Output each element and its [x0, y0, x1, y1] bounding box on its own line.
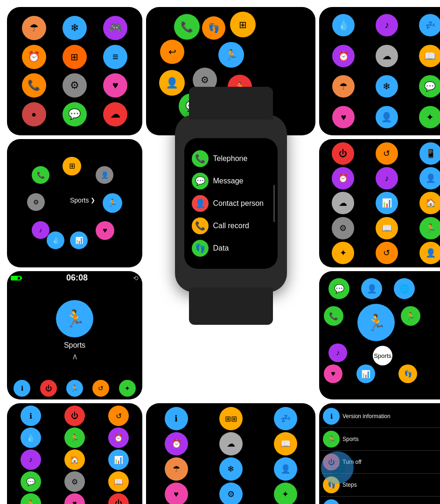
- icon-umbrella2: ☂: [323, 72, 364, 101]
- icon-run2: 🏃: [419, 217, 440, 239]
- icon-settings3: ⚙: [332, 217, 354, 239]
- icon-contact2: 👤: [366, 103, 408, 132]
- menu-item-data[interactable]: 👣 Data: [188, 237, 274, 259]
- menu-list-item-sports[interactable]: 🏃 Sports: [321, 428, 440, 451]
- callrecord-label: Call record: [213, 222, 249, 230]
- bl-icon-run: 🏃: [64, 427, 85, 448]
- bg-icon-globe: 🌐: [321, 451, 354, 484]
- bc-icon-apps: ⊞⊞: [219, 407, 243, 430]
- sports-br-label: Sports: [342, 436, 359, 442]
- icon-footsteps2: 👣: [398, 364, 417, 383]
- sports-text: Sports: [70, 196, 89, 204]
- time-display: 06:08: [66, 273, 88, 283]
- icon-globe: 🌐: [394, 278, 415, 299]
- icon-message3: 💬: [409, 72, 440, 101]
- data-icon: 👣: [192, 240, 209, 257]
- icon-cont4: 👤: [361, 278, 382, 299]
- icon-home: 🏠: [419, 192, 440, 214]
- icon-snowflake: ❄: [55, 14, 94, 42]
- menu-item-contact[interactable]: 👤 Contact person: [188, 192, 274, 215]
- icon-snowflake2: ❄: [366, 72, 408, 101]
- icon-footsteps: 👣: [202, 16, 225, 40]
- steps-label: Steps: [342, 482, 357, 488]
- main-container: ☂ ❄ 🎮 ⏰ ⊞ ≡ 📞 ⚙ ♥ ● 💬 ☁ 👣 📞 ⊞ ↩ 🏃 ⚙ 👤 💬 …: [0, 0, 440, 504]
- icon-timer2: ⏰: [332, 167, 354, 189]
- circle-icon-top: ⊞: [63, 157, 81, 175]
- menu-item-telephone[interactable]: 📞 Telephone: [188, 147, 274, 170]
- menu-item-message[interactable]: 💬 Message: [188, 170, 274, 192]
- watch-band-bottom: [189, 287, 273, 325]
- watch-display: 📞 Telephone 💬 Message 👤 Contact person 📞…: [184, 138, 278, 269]
- screen-top-left: ☂ ❄ 🎮 ⏰ ⊞ ≡ 📞 ⚙ ♥ ● 💬 ☁: [7, 7, 142, 135]
- icon-sleep: 💤: [409, 11, 440, 40]
- bc-icon-book: 📖: [274, 432, 297, 455]
- bc-icon-info: ℹ: [165, 407, 188, 430]
- screen-bottom-center: ℹ ⊞⊞ 💤 ⏰ ☁ 📖 ☂ ❄ 👤 ♥ ⚙ ✦ 💬 🔒: [146, 403, 315, 504]
- icon-menu: ≡: [96, 43, 135, 70]
- bl-icon-power: ⏻: [64, 406, 85, 426]
- icon-weather: ☁: [366, 42, 408, 70]
- telephone-label: Telephone: [213, 154, 248, 163]
- bc-icon-weather: ☁: [219, 432, 243, 455]
- link-icon: ⟲: [133, 274, 139, 282]
- menu-list-item-menu[interactable]: ✦ Menu style: [321, 497, 440, 504]
- sports-main-label: Sports: [64, 341, 85, 350]
- bl-icon-home: 🏠: [64, 449, 85, 470]
- icon-heart: ♥: [96, 72, 135, 99]
- icon-game: 🎮: [96, 14, 135, 42]
- icon-contact: 👤: [159, 70, 185, 96]
- circle-icon-br: ♥: [96, 221, 114, 240]
- icon-run3: 🏃: [66, 380, 83, 397]
- icon-phone: 📞: [14, 72, 53, 99]
- bl-icon-refresh: ↺: [108, 406, 129, 426]
- icon-person2: 👤: [419, 167, 440, 189]
- watch-band-top: [189, 87, 273, 119]
- icon-health2: 📊: [356, 364, 375, 383]
- icon-book2: 📖: [376, 217, 398, 239]
- bc-icon-umbrella: ☂: [165, 457, 188, 481]
- sports-center: 🏃 Sports ∧: [7, 285, 142, 377]
- icon-menustyle: ✦: [323, 499, 340, 504]
- watch-body: 📞 Telephone 💬 Message 👤 Contact person 📞…: [175, 115, 287, 292]
- icon-msg4: 💬: [328, 278, 349, 299]
- bl-icon-music: ♪: [21, 449, 41, 470]
- icon-apps4: ✦: [332, 242, 354, 264]
- icon-timer: ⏰: [323, 42, 364, 70]
- battery-area: [11, 276, 21, 280]
- bc-icon-settings: ⚙: [219, 483, 243, 504]
- bc-icon-heart: ♥: [165, 483, 188, 504]
- message-icon: 💬: [192, 173, 209, 189]
- scroll-indicator: [273, 185, 275, 222]
- screen-bottom-left: ℹ ⏻ ↺ 💧 🏃 ⏰ ♪ 🏠 📊 💬 ⚙ 📖 🏃 ♥ ⏻ ↺ 👤 ●: [7, 403, 142, 504]
- bl-icon-heart: ♥: [64, 493, 85, 504]
- icon-apps5: ✦: [119, 380, 136, 397]
- icon-music: ♪: [366, 11, 408, 40]
- bl-icon-power2: ⏻: [108, 493, 129, 504]
- icon-run6: 🏃: [323, 431, 340, 448]
- icon-settings: ⚙: [55, 72, 94, 99]
- bl-icon-run2: 🏃: [21, 493, 41, 504]
- screen-bottom-mid-right: 💬 👤 🌐 📞 🏃 🏃 Sports ♪ ♥ 📊 👣: [319, 271, 440, 399]
- icon-refresh3: ↺: [92, 380, 109, 397]
- icon-music3: ♪: [328, 343, 347, 362]
- screen-bottom-mid-left: 06:08 ⟲ 🏃 Sports ∧ ℹ ⏻ 🏃 ↺ ✦: [7, 271, 142, 399]
- icon-heart2: ♥: [323, 103, 364, 132]
- icon-phone4: 📞: [324, 306, 343, 326]
- bl-icon-book: 📖: [108, 471, 129, 492]
- version-label: Version information: [342, 413, 391, 420]
- icon-apps2: ⊞: [230, 12, 256, 37]
- icon-run: 🏃: [218, 42, 244, 68]
- menu-list-item-version[interactable]: ℹ Version information: [321, 405, 440, 428]
- sports-main-icon: 🏃: [56, 300, 93, 337]
- status-bar: 06:08 ⟲: [7, 271, 142, 285]
- circle-icon-tr: 👤: [96, 166, 113, 184]
- icon-run5: 🏃: [401, 306, 420, 326]
- icon-info2: ℹ: [323, 408, 340, 425]
- menu-item-callrecord[interactable]: 📞 Call record: [188, 215, 274, 237]
- icon-power2: ⏻: [40, 380, 57, 397]
- icon-water: 💧: [323, 11, 364, 40]
- icon-phone3: 📱: [419, 142, 440, 165]
- icon-heart3: ♥: [324, 364, 342, 383]
- icon-umbrella: ☂: [14, 14, 53, 42]
- bl-icon-info: ℹ: [21, 406, 41, 426]
